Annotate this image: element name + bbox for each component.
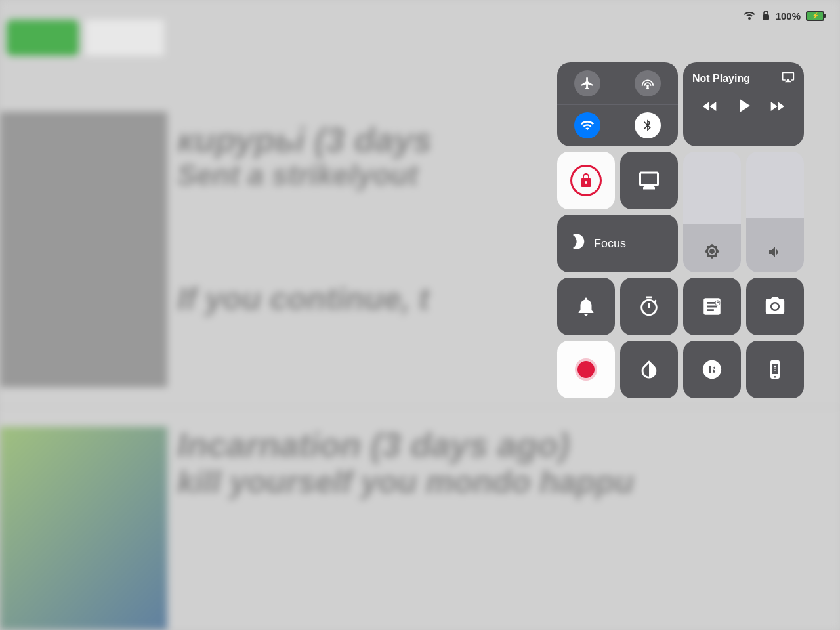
record-dot xyxy=(575,358,597,381)
bg-text-line2: Sent a strikelyout xyxy=(177,159,571,192)
volume-icon xyxy=(767,244,783,263)
bg-thumb2 xyxy=(0,427,167,630)
svg-rect-6 xyxy=(774,369,776,369)
lock-rotation-tile[interactable] xyxy=(557,152,615,209)
battery-icon: ⚡ xyxy=(806,11,824,21)
wifi-status-icon xyxy=(743,9,756,22)
camera-tile[interactable] xyxy=(746,278,804,335)
brightness-tile[interactable] xyxy=(683,152,741,272)
timer-icon xyxy=(638,295,660,318)
connectivity-block xyxy=(557,62,678,146)
hotspot-icon xyxy=(635,70,661,96)
brightness-icon xyxy=(704,243,720,263)
bg-divider1 xyxy=(0,407,840,408)
bg-text-block3: Incarnation (3 days ago) kill yourself y… xyxy=(177,427,702,500)
volume-tile[interactable] xyxy=(746,152,804,272)
hotspot-button[interactable] xyxy=(618,62,678,104)
remote-tile[interactable] xyxy=(746,341,804,398)
mirror-icon xyxy=(637,169,661,192)
shazam-tile[interactable] xyxy=(683,341,741,398)
airplane-icon xyxy=(574,70,600,96)
bluetooth-button[interactable] xyxy=(618,104,678,146)
bg-thumb1 xyxy=(0,112,167,387)
svg-rect-7 xyxy=(774,370,776,371)
bg-text-block1: кирурьі (3 days Sent a strikelyout xyxy=(177,121,571,192)
media-top: Not Playing xyxy=(692,70,795,87)
bg-text-line4: Incarnation (3 days ago) xyxy=(177,427,702,464)
bluetooth-icon xyxy=(635,112,661,138)
wifi-button[interactable] xyxy=(557,104,618,146)
airplane-mode-button[interactable] xyxy=(557,62,618,104)
lock-status-icon xyxy=(761,10,770,22)
remote-icon xyxy=(764,358,786,381)
focus-label: Focus xyxy=(594,237,626,251)
lock-rotation-icon xyxy=(570,165,602,196)
svg-rect-0 xyxy=(763,14,769,20)
airplay-icon[interactable] xyxy=(782,70,795,87)
forward-button[interactable] xyxy=(768,97,786,119)
notification-icon xyxy=(575,295,597,318)
play-button[interactable] xyxy=(732,94,755,121)
color-invert-tile[interactable] xyxy=(620,341,678,398)
focus-tile[interactable]: Focus xyxy=(557,215,678,272)
svg-text:+: + xyxy=(717,300,719,305)
battery-percentage: 100% xyxy=(776,10,801,22)
notification-tile[interactable] xyxy=(557,278,615,335)
quick-note-tile[interactable]: + xyxy=(683,278,741,335)
now-playing-title: Not Playing xyxy=(692,73,750,85)
focus-moon-icon xyxy=(569,232,587,255)
camera-icon xyxy=(764,295,786,318)
status-bar: 100% ⚡ xyxy=(0,0,840,32)
bg-text-line1: кирурьі (3 days xyxy=(177,121,571,159)
screen-mirror-tile[interactable] xyxy=(620,152,678,209)
shazam-icon xyxy=(701,358,723,381)
svg-point-4 xyxy=(772,303,778,309)
rewind-button[interactable] xyxy=(701,97,719,119)
svg-point-5 xyxy=(774,366,776,368)
invert-icon xyxy=(638,358,660,381)
screen-recording-tile[interactable] xyxy=(557,341,615,398)
control-center: Not Playing xyxy=(557,62,804,398)
timer-tile[interactable] xyxy=(620,278,678,335)
note-icon: + xyxy=(701,295,723,318)
svg-point-1 xyxy=(646,87,649,90)
bg-text-line5: kill yourself you mondo happu xyxy=(177,464,702,500)
media-controls xyxy=(692,92,795,124)
wifi-icon xyxy=(574,112,600,138)
media-player-tile[interactable]: Not Playing xyxy=(683,62,804,146)
